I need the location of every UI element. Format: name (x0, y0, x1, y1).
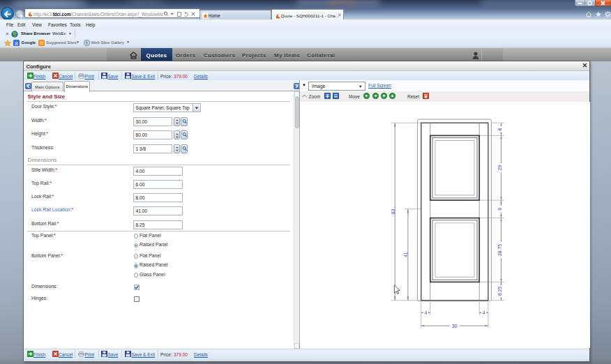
svg-text:8: 8 (497, 208, 502, 211)
svg-text:41: 41 (403, 252, 408, 257)
svg-text:8: 8 (15, 40, 18, 46)
svg-text:6: 6 (497, 128, 502, 130)
svg-text:28.75: 28.75 (497, 244, 502, 256)
svg-text:30: 30 (452, 324, 458, 328)
svg-text:80: 80 (391, 209, 395, 215)
svg-text:4: 4 (424, 310, 427, 315)
svg-text:29: 29 (497, 165, 502, 171)
svg-text:8.25: 8.25 (497, 287, 502, 296)
svg-text:4: 4 (483, 310, 485, 315)
